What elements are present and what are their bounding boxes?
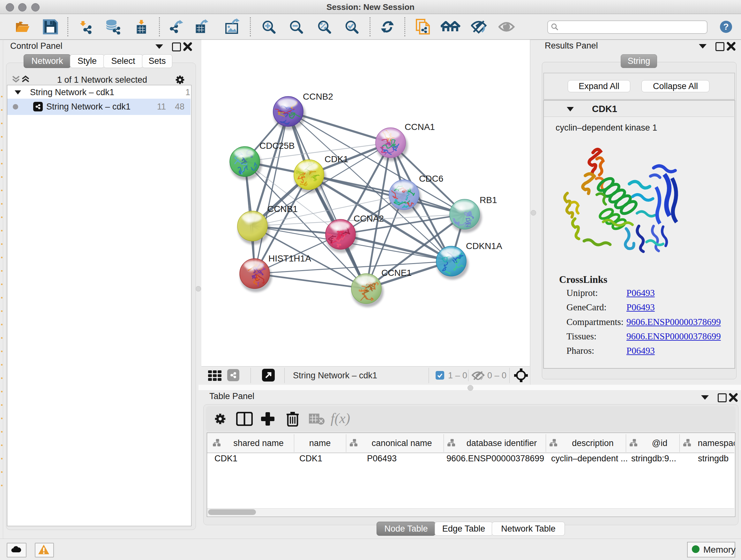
svg-text:RB1: RB1 bbox=[480, 195, 497, 205]
svg-text:CDC6: CDC6 bbox=[419, 174, 443, 184]
svg-text:CDKN1A: CDKN1A bbox=[466, 241, 502, 251]
svg-text:HIST1H1A: HIST1H1A bbox=[268, 253, 311, 263]
svg-text:CCNB1: CCNB1 bbox=[267, 204, 298, 214]
svg-text:CCNE1: CCNE1 bbox=[381, 268, 412, 278]
svg-text:CCNA2: CCNA2 bbox=[354, 213, 384, 224]
svg-text:?: ? bbox=[723, 22, 729, 32]
svg-text:CDK1: CDK1 bbox=[325, 154, 348, 164]
svg-text:CDC25B: CDC25B bbox=[259, 141, 294, 151]
svg-text:CCNA1: CCNA1 bbox=[405, 122, 435, 132]
svg-text:CCNB2: CCNB2 bbox=[303, 91, 333, 102]
